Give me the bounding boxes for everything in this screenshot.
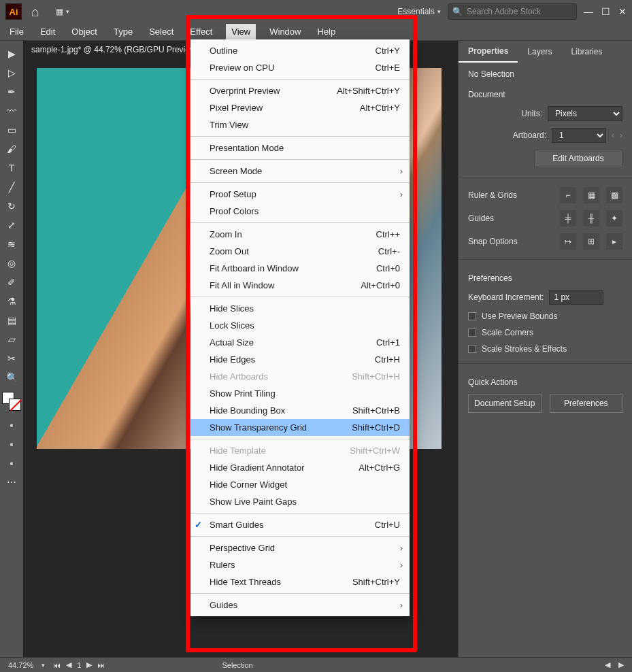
- menu-item-perspective-grid[interactable]: Perspective Grid: [190, 539, 410, 556]
- menu-item-screen-mode[interactable]: Screen Mode: [190, 163, 410, 180]
- menu-item-smart-guides[interactable]: ✓Smart GuidesCtrl+U: [190, 516, 410, 533]
- menu-item-outline[interactable]: OutlineCtrl+Y: [190, 42, 410, 59]
- use-preview-bounds-checkbox[interactable]: [468, 312, 476, 320]
- menu-item-show-live-paint-gaps[interactable]: Show Live Paint Gaps: [190, 493, 410, 510]
- menu-view[interactable]: View: [226, 24, 256, 39]
- first-artboard-icon[interactable]: ⏮: [53, 661, 61, 669]
- menu-effect[interactable]: Effect: [187, 25, 215, 38]
- menu-edit[interactable]: Edit: [37, 25, 58, 38]
- menu-item-overprint-preview[interactable]: Overprint PreviewAlt+Shift+Ctrl+Y: [190, 82, 410, 99]
- menu-select[interactable]: Select: [146, 25, 176, 38]
- artboard-select[interactable]: 1: [552, 128, 606, 143]
- menu-help[interactable]: Help: [314, 25, 338, 38]
- tool-color-mode[interactable]: ▪: [3, 418, 20, 433]
- document-setup-button[interactable]: Document Setup: [468, 394, 542, 413]
- tool-eyedropper[interactable]: ✐: [3, 275, 20, 290]
- home-icon[interactable]: ⌂: [31, 4, 39, 20]
- tool-curvature[interactable]: 〰: [3, 103, 20, 118]
- tool-screen-mode[interactable]: ▪: [3, 437, 20, 452]
- menu-item-hide-slices[interactable]: Hide Slices: [190, 300, 410, 317]
- menu-item-trim-view[interactable]: Trim View: [190, 116, 410, 133]
- menu-item-hide-edges[interactable]: Hide EdgesCtrl+H: [190, 351, 410, 368]
- menu-item-hide-gradient-annotator[interactable]: Hide Gradient AnnotatorAlt+Ctrl+G: [190, 459, 410, 476]
- menu-item-presentation-mode[interactable]: Presentation Mode: [190, 139, 410, 156]
- transparency-grid-icon[interactable]: ▩: [606, 187, 622, 203]
- artboard-next-icon[interactable]: ›: [620, 131, 622, 140]
- artboard-page[interactable]: 1: [77, 661, 81, 669]
- tool-blend[interactable]: ⚗: [3, 294, 20, 309]
- units-select[interactable]: Pixels: [548, 106, 622, 121]
- tool-slice[interactable]: ✂: [3, 351, 20, 366]
- artboard-prev-icon[interactable]: ‹: [612, 131, 614, 140]
- last-artboard-icon[interactable]: ⏭: [97, 661, 105, 669]
- menu-item-show-print-tiling[interactable]: Show Print Tiling: [190, 385, 410, 402]
- menu-item-zoom-in[interactable]: Zoom InCtrl++: [190, 226, 410, 243]
- tool-more[interactable]: ⋯: [3, 475, 20, 490]
- menu-item-proof-colors[interactable]: Proof Colors: [190, 203, 410, 220]
- search-input[interactable]: 🔍Search Adobe Stock: [448, 3, 577, 20]
- workspace-switcher[interactable]: Essentials ▾: [397, 7, 441, 16]
- scale-corners-label: Scale Corners: [482, 328, 533, 337]
- menu-item-hide-text-threads[interactable]: Hide Text ThreadsShift+Ctrl+Y: [190, 573, 410, 590]
- tab-layers[interactable]: Layers: [518, 41, 561, 62]
- preferences-button[interactable]: Preferences: [550, 394, 623, 413]
- menu-item-zoom-out[interactable]: Zoom OutCtrl+-: [190, 243, 410, 260]
- tool-pen[interactable]: ✒: [3, 84, 20, 99]
- tool-rectangle[interactable]: ▭: [3, 122, 20, 137]
- scale-strokes-checkbox[interactable]: [468, 345, 476, 353]
- tool-paintbrush[interactable]: 🖌: [3, 141, 20, 156]
- tool-direct-select[interactable]: ▷: [3, 65, 20, 80]
- minimize-button[interactable]: —: [584, 6, 593, 17]
- guides-lock-icon[interactable]: ╫: [583, 210, 599, 226]
- tool-scale[interactable]: ⤢: [3, 218, 20, 233]
- tool-draw-mode[interactable]: ▪: [3, 456, 20, 471]
- tool-artboard[interactable]: ▱: [3, 332, 20, 347]
- next-artboard-icon[interactable]: ▶: [86, 660, 92, 669]
- edit-artboards-button[interactable]: Edit Artboards: [534, 150, 622, 167]
- grid-icon[interactable]: ▦: [583, 187, 599, 203]
- tool-type[interactable]: T: [3, 161, 20, 175]
- menu-item-hide-corner-widget[interactable]: Hide Corner Widget: [190, 476, 410, 493]
- kb-increment-input[interactable]: [549, 290, 603, 305]
- arrange-docs-picker[interactable]: ▦ ▾: [56, 7, 69, 16]
- menu-file[interactable]: File: [7, 25, 27, 38]
- snap-pixel-icon[interactable]: ▸: [606, 233, 622, 250]
- menu-item-guides[interactable]: Guides: [190, 597, 410, 614]
- menu-item-fit-artboard-in-window[interactable]: Fit Artboard in WindowCtrl+0: [190, 260, 410, 277]
- menu-window[interactable]: Window: [267, 25, 303, 38]
- scroll-right-icon[interactable]: ▶: [618, 660, 624, 669]
- prev-artboard-icon[interactable]: ◀: [66, 660, 71, 669]
- menu-type[interactable]: Type: [111, 25, 135, 38]
- menu-item-pixel-preview[interactable]: Pixel PreviewAlt+Ctrl+Y: [190, 99, 410, 116]
- close-button[interactable]: ✕: [618, 6, 627, 17]
- maximize-button[interactable]: ☐: [601, 6, 610, 17]
- fill-stroke-swatch[interactable]: [2, 392, 21, 411]
- menu-item-show-transparency-grid[interactable]: Show Transparency GridShift+Ctrl+D: [190, 419, 410, 436]
- tool-selection[interactable]: ▶: [3, 46, 20, 61]
- ruler-icon[interactable]: ⌐: [560, 187, 576, 203]
- scroll-left-icon[interactable]: ◀: [605, 660, 610, 669]
- menu-item-fit-all-in-window[interactable]: Fit All in WindowAlt+Ctrl+0: [190, 277, 410, 294]
- tool-line[interactable]: ╱: [3, 180, 20, 195]
- tool-gradient[interactable]: ▤: [3, 313, 20, 328]
- scale-strokes-label: Scale Strokes & Effects: [482, 344, 567, 354]
- tool-width[interactable]: ≋: [3, 237, 20, 252]
- menu-item-actual-size[interactable]: Actual SizeCtrl+1: [190, 334, 410, 351]
- menu-item-proof-setup[interactable]: Proof Setup: [190, 186, 410, 203]
- snap-point-icon[interactable]: ↦: [560, 233, 576, 250]
- tool-freeform-gradient[interactable]: ◎: [3, 256, 20, 271]
- tab-properties[interactable]: Properties: [459, 41, 518, 63]
- tab-libraries[interactable]: Libraries: [561, 41, 612, 62]
- menu-item-lock-slices[interactable]: Lock Slices: [190, 317, 410, 334]
- tool-zoom[interactable]: 🔍: [3, 370, 20, 385]
- menu-item-hide-bounding-box[interactable]: Hide Bounding BoxShift+Ctrl+B: [190, 402, 410, 419]
- menu-item-rulers[interactable]: Rulers: [190, 556, 410, 573]
- menu-object[interactable]: Object: [69, 25, 100, 38]
- tool-rotate[interactable]: ↻: [3, 199, 20, 214]
- guides-toggle-icon[interactable]: ╪: [560, 210, 576, 226]
- menu-item-preview-on-cpu[interactable]: Preview on CPUCtrl+E: [190, 59, 410, 76]
- snap-grid-icon[interactable]: ⊞: [583, 233, 599, 250]
- zoom-level[interactable]: 44.72%: [8, 661, 33, 669]
- scale-corners-checkbox[interactable]: [468, 329, 476, 337]
- smart-guides-icon[interactable]: ✦: [606, 210, 622, 226]
